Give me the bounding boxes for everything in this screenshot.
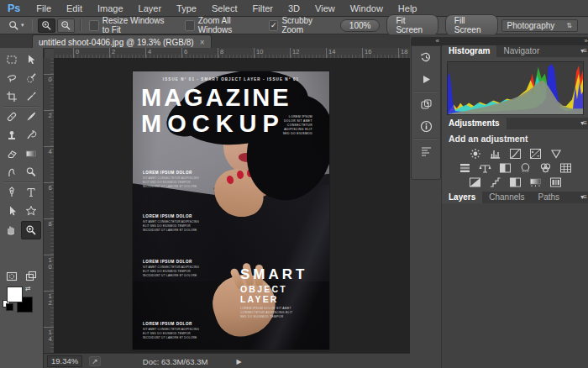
histogram-tab-bar: Histogram Navigator ▾≡	[442, 45, 588, 57]
ruler-label: 2	[109, 48, 115, 58]
type-tool-icon[interactable]	[21, 184, 40, 201]
pen-tool-icon[interactable]	[2, 184, 21, 201]
icon-dock-header[interactable]: «	[411, 37, 443, 45]
history-brush-tool-icon[interactable]	[21, 127, 40, 144]
document-tab[interactable]: untitled shoot-0406.jpg @ 19.3% (RGB/8) …	[32, 34, 212, 49]
actions-panel-icon[interactable]	[412, 68, 440, 90]
zoom-tool-icon	[8, 20, 19, 31]
cover-text-block: LOREM IPSUM DOLOR SIT AMET CONSECTETUR A…	[143, 322, 208, 339]
brightness-contrast-icon[interactable]	[468, 148, 482, 160]
move-tool-icon[interactable]	[21, 51, 40, 68]
custom-shape-tool-icon[interactable]	[21, 202, 40, 219]
fit-screen-button[interactable]: Fit Screen	[386, 14, 438, 36]
eyedropper-tool-icon[interactable]	[21, 88, 40, 105]
path-selection-tool-icon[interactable]	[2, 202, 21, 219]
cover-text-block: LOREM IPSUM DOLOR SIT AMET CONSECTETUR A…	[143, 260, 208, 277]
zoom-tool-icon-selected[interactable]	[21, 221, 42, 239]
export-arrow-icon[interactable]: ↗	[89, 356, 101, 366]
document-image[interactable]: ISSUE N° 01 - SMART OBJECT LAYER - ISSUE…	[133, 71, 329, 350]
resize-windows-checkbox[interactable]: Resize Windows to Fit	[89, 16, 173, 34]
color-lookup-icon[interactable]	[559, 162, 573, 174]
tab-channels[interactable]: Channels	[482, 192, 531, 203]
close-icon[interactable]: ×	[200, 38, 205, 47]
exposure-icon[interactable]	[528, 148, 543, 160]
color-balance-icon[interactable]	[478, 162, 492, 174]
posterize-icon[interactable]	[488, 176, 502, 188]
document-size-label[interactable]: Doc: 63.3M/63.3M	[143, 357, 208, 366]
panel-menu-icon[interactable]: ▾≡	[580, 193, 586, 201]
current-tool-dropdown[interactable]: ▾	[0, 20, 28, 31]
tab-adjustments[interactable]: Adjustments	[442, 118, 507, 129]
fill-screen-button[interactable]: Fill Screen	[445, 14, 498, 36]
menu-image[interactable]: Image	[90, 3, 131, 13]
history-panel-icon[interactable]	[412, 46, 440, 68]
main-dock-header[interactable]: »	[441, 37, 588, 45]
zoom-all-windows-checkbox[interactable]: Zoom All Windows	[185, 16, 257, 34]
tab-navigator[interactable]: Navigator	[496, 45, 546, 57]
selective-color-icon[interactable]	[549, 176, 563, 188]
menu-select[interactable]: Select	[204, 3, 245, 13]
measurement-log-panel-icon[interactable]	[412, 140, 440, 162]
quick-mask-icon[interactable]	[2, 268, 21, 285]
tab-paths[interactable]: Paths	[532, 192, 567, 203]
panel-menu-icon[interactable]: ▾≡	[580, 47, 586, 55]
invert-icon[interactable]	[468, 176, 482, 188]
tab-layers[interactable]: Layers	[442, 192, 482, 203]
menu-help[interactable]: Help	[391, 3, 425, 13]
checkbox-box	[185, 20, 194, 31]
black-white-icon[interactable]	[498, 162, 512, 174]
smudge-tool-icon[interactable]	[2, 164, 21, 181]
spot-healing-brush-tool-icon[interactable]	[2, 108, 21, 125]
channel-mixer-icon[interactable]	[538, 162, 553, 174]
scrubby-zoom-checkbox[interactable]: ✓ Scrubby Zoom	[269, 16, 328, 34]
menu-edit[interactable]: Edit	[59, 3, 90, 13]
lasso-tool-icon[interactable]	[2, 70, 21, 87]
info-panel-icon[interactable]	[412, 115, 440, 137]
menu-file[interactable]: File	[29, 3, 59, 13]
threshold-icon[interactable]	[508, 176, 522, 188]
photo-filter-icon[interactable]	[518, 162, 533, 174]
status-menu-arrow-icon[interactable]: ▶	[236, 358, 241, 365]
hue-saturation-icon[interactable]	[458, 162, 472, 174]
panel-menu-icon[interactable]: ▾≡	[580, 119, 586, 127]
menu-3d[interactable]: 3D	[281, 3, 307, 13]
marquee-tool-icon[interactable]	[2, 51, 21, 68]
vibrance-icon[interactable]	[549, 148, 563, 160]
layers-tab-bar: Layers Channels Paths ▾≡	[442, 192, 588, 203]
actual-pixels-button[interactable]: 100%	[340, 19, 381, 32]
gradient-map-icon[interactable]	[528, 176, 543, 188]
crop-tool-icon[interactable]	[2, 88, 21, 105]
quick-selection-tool-icon[interactable]	[21, 70, 40, 87]
menu-type[interactable]: Type	[169, 3, 204, 13]
foreground-color-swatch[interactable]	[7, 287, 23, 302]
canvas-area[interactable]: ISSUE N° 01 - SMART OBJECT LAYER - ISSUE…	[54, 58, 410, 353]
menu-window[interactable]: Window	[343, 3, 391, 13]
cover-text-block: LOREM IPSUM DOLOR SIT AMET CONSECTETUR A…	[143, 171, 208, 188]
swap-colors-icon[interactable]: ⇄	[25, 285, 31, 292]
ruler-label: 0	[44, 74, 54, 82]
ruler-label: 18	[398, 48, 407, 58]
menu-filter[interactable]: Filter	[245, 3, 281, 13]
dodge-tool-icon[interactable]	[21, 164, 40, 181]
levels-icon[interactable]	[488, 148, 502, 160]
checkbox-label: Zoom All Windows	[198, 16, 257, 34]
eraser-tool-icon[interactable]	[2, 145, 21, 162]
zoom-level-field[interactable]: 19.34%	[47, 355, 82, 367]
tab-histogram[interactable]: Histogram	[442, 45, 496, 57]
zoom-out-button[interactable]	[57, 18, 75, 33]
workspace-switcher[interactable]: Photography ⇅	[501, 19, 578, 32]
screen-mode-icon[interactable]	[21, 268, 40, 285]
clone-source-panel-icon[interactable]	[412, 93, 440, 115]
brush-tool-icon[interactable]	[21, 108, 40, 125]
zoom-in-button[interactable]	[38, 18, 55, 33]
gradient-tool-icon[interactable]	[21, 145, 40, 162]
clone-stamp-tool-icon[interactable]	[2, 127, 21, 144]
hand-tool-icon[interactable]	[2, 221, 21, 238]
menu-layer[interactable]: Layer	[131, 3, 170, 13]
histogram-graph	[448, 62, 583, 114]
ruler-label: 14	[326, 48, 335, 58]
layers-list[interactable]	[442, 203, 588, 368]
document-tab-bar: untitled shoot-0406.jpg @ 19.3% (RGB/8) …	[0, 34, 410, 48]
curves-icon[interactable]	[508, 148, 522, 160]
menu-view[interactable]: View	[307, 3, 343, 13]
